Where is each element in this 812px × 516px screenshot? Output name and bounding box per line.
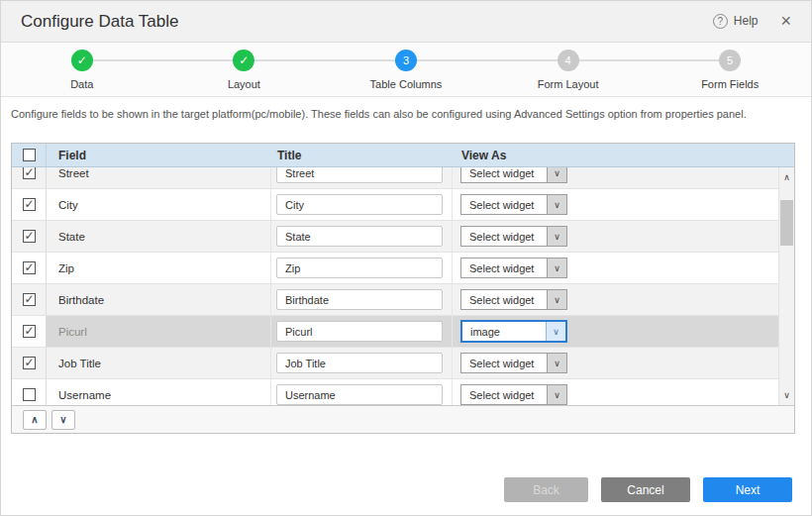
table-row[interactable]: Street Select widget ∨ <box>12 167 779 189</box>
titlebar-controls: ? Help × <box>713 13 791 29</box>
table-row[interactable]: Birthdate Select widget ∨ <box>12 284 779 316</box>
field-name: Birthdate <box>47 284 271 315</box>
next-button[interactable]: Next <box>703 477 792 502</box>
row-checkbox[interactable] <box>23 261 36 274</box>
help-button[interactable]: ? Help <box>713 14 759 29</box>
view-as-select[interactable]: Select widget ∨ <box>460 353 567 373</box>
move-down-button[interactable]: ∨ <box>51 410 75 430</box>
table-rows: Street Select widget ∨ <box>12 167 779 405</box>
title-input[interactable] <box>276 258 443 278</box>
field-name: City <box>47 189 271 220</box>
step-label: Table Columns <box>370 78 443 90</box>
table-row[interactable]: City Select widget ∨ <box>12 189 779 221</box>
scroll-up-icon[interactable]: ∧ <box>779 169 794 185</box>
stepper-step[interactable]: 3 Table Columns <box>325 44 487 96</box>
row-checkbox[interactable] <box>23 325 36 338</box>
fields-table: Field Title View As Street <box>11 143 795 434</box>
chevron-down-icon: ∨ <box>59 414 66 425</box>
view-as-select[interactable]: Select widget ∨ <box>460 167 567 183</box>
table-row[interactable]: Picurl image ∨ <box>12 316 779 348</box>
view-as-cell: image ∨ <box>453 316 779 347</box>
chevron-down-icon[interactable]: ∨ <box>547 167 566 182</box>
row-checkbox-cell <box>12 189 47 220</box>
view-as-value: image <box>462 326 546 338</box>
title-input[interactable] <box>276 167 443 183</box>
row-checkbox[interactable] <box>23 198 36 211</box>
view-as-select[interactable]: Select widget ∨ <box>460 194 567 215</box>
help-label: Help <box>734 14 759 28</box>
step-circle-icon: 3 <box>395 50 417 71</box>
row-checkbox-cell <box>12 316 47 347</box>
back-button[interactable]: Back <box>504 477 588 502</box>
scrollbar-thumb[interactable] <box>780 200 793 246</box>
field-name: Job Title <box>47 348 271 378</box>
view-as-select[interactable]: Select widget ∨ <box>460 226 567 247</box>
step-label: Form Layout <box>538 78 599 90</box>
step-label: Layout <box>228 78 260 90</box>
row-checkbox[interactable] <box>23 357 36 369</box>
stepper-step[interactable]: ✓ Data <box>1 44 163 96</box>
chevron-down-icon[interactable]: ∨ <box>547 385 566 404</box>
title-input[interactable] <box>276 321 443 342</box>
help-icon: ? <box>713 14 728 29</box>
step-label: Form Fields <box>701 78 759 90</box>
view-as-value: Select widget <box>461 389 547 401</box>
view-as-select[interactable]: Select widget ∨ <box>460 258 567 278</box>
title-input[interactable] <box>276 194 443 215</box>
row-checkbox[interactable] <box>23 293 36 306</box>
title-input[interactable] <box>276 226 443 247</box>
row-checkbox-cell <box>12 167 47 188</box>
title-cell <box>271 167 453 188</box>
view-as-select[interactable]: Select widget ∨ <box>460 289 567 310</box>
row-checkbox[interactable] <box>23 230 36 243</box>
stepper-step[interactable]: 4 Form Layout <box>487 44 650 96</box>
select-all-checkbox[interactable] <box>23 149 36 161</box>
stepper-step[interactable]: ✓ Layout <box>163 44 326 96</box>
view-as-cell: Select widget ∨ <box>453 253 779 283</box>
table-footer: ∧ ∨ <box>12 405 794 433</box>
title-cell <box>271 379 453 405</box>
table-row[interactable]: State Select widget ∨ <box>12 221 779 253</box>
table-row[interactable]: Job Title Select widget ∨ <box>12 348 779 379</box>
header-checkbox-cell <box>12 144 47 166</box>
view-as-cell: Select widget ∨ <box>453 189 779 220</box>
row-checkbox-cell <box>12 284 47 315</box>
stepper-step[interactable]: 5 Form Fields <box>649 44 811 96</box>
close-icon[interactable]: × <box>780 13 791 29</box>
title-cell <box>271 221 453 252</box>
row-checkbox[interactable] <box>23 167 36 179</box>
field-name: Street <box>47 167 271 188</box>
view-as-value: Select widget <box>461 199 547 211</box>
chevron-down-icon[interactable]: ∨ <box>547 354 566 372</box>
chevron-down-icon[interactable]: ∨ <box>547 227 566 246</box>
vertical-scrollbar[interactable]: ∧ ∨ <box>778 167 794 405</box>
title-input[interactable] <box>276 289 443 310</box>
chevron-down-icon[interactable]: ∨ <box>547 258 566 277</box>
title-cell <box>271 253 453 283</box>
scroll-down-icon[interactable]: ∨ <box>779 387 794 403</box>
title-input[interactable] <box>276 353 443 373</box>
view-as-cell: Select widget ∨ <box>453 284 779 315</box>
view-as-value: Select widget <box>461 231 547 243</box>
chevron-down-icon[interactable]: ∨ <box>547 195 566 214</box>
table-row[interactable]: Zip Select widget ∨ <box>12 253 779 284</box>
chevron-down-icon[interactable]: ∨ <box>547 290 566 309</box>
cancel-button[interactable]: Cancel <box>601 477 690 502</box>
view-as-value: Select widget <box>461 294 547 306</box>
title-input[interactable] <box>276 384 443 405</box>
move-up-button[interactable]: ∧ <box>23 410 47 430</box>
view-as-select[interactable]: Select widget ∨ <box>460 384 567 405</box>
chevron-down-icon[interactable]: ∨ <box>546 322 565 341</box>
step-label: Data <box>70 78 93 90</box>
title-cell <box>271 316 453 347</box>
row-checkbox-cell <box>12 348 47 378</box>
table-row[interactable]: Username Select widget ∨ <box>12 379 779 405</box>
header-title: Title <box>271 149 453 162</box>
row-checkbox[interactable] <box>23 388 36 401</box>
title-cell <box>271 348 453 378</box>
field-name: Username <box>47 379 271 405</box>
row-checkbox-cell <box>12 253 47 283</box>
table-body: Street Select widget ∨ <box>12 167 794 405</box>
view-as-value: Select widget <box>461 167 547 179</box>
view-as-select[interactable]: image ∨ <box>460 320 567 343</box>
